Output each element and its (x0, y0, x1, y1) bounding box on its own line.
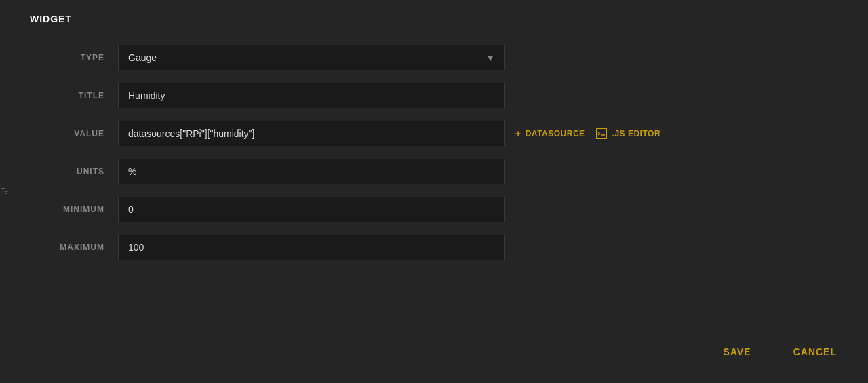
widget-panel: WIDGET TYPE Gauge Chart Text Table Map ▼… (9, 0, 868, 383)
title-input[interactable] (118, 83, 505, 108)
value-label: VALUE (30, 129, 118, 138)
svg-line-1 (598, 134, 600, 135)
footer-actions: SAVE CANCEL (30, 334, 848, 369)
js-editor-icon (596, 128, 607, 139)
type-select[interactable]: Gauge Chart Text Table Map (118, 45, 505, 70)
minimum-row: MINIMUM (30, 197, 848, 222)
units-row: UNITS (30, 159, 848, 184)
maximum-label: MAXIMUM (30, 243, 118, 252)
js-editor-label: .JS EDITOR (612, 129, 660, 138)
save-button[interactable]: SAVE (713, 341, 762, 363)
title-label: TITLE (30, 91, 118, 100)
sidebar-panel: Te (0, 0, 9, 383)
units-input[interactable] (118, 159, 505, 184)
type-row: TYPE Gauge Chart Text Table Map ▼ (30, 45, 848, 70)
value-row: VALUE + DATASOURCE .JS EDITOR (30, 121, 848, 146)
plus-icon: + (515, 128, 521, 139)
type-label: TYPE (30, 53, 118, 62)
datasource-label: DATASOURCE (526, 129, 585, 138)
minimum-label: MINIMUM (30, 205, 118, 214)
sidebar-text: Te (1, 188, 8, 195)
value-actions: + DATASOURCE .JS EDITOR (515, 128, 660, 139)
widget-form: TYPE Gauge Chart Text Table Map ▼ TITLE … (30, 45, 848, 334)
maximum-row: MAXIMUM (30, 235, 848, 260)
datasource-button[interactable]: + DATASOURCE (515, 128, 585, 139)
minimum-input[interactable] (118, 197, 505, 222)
maximum-input[interactable] (118, 235, 505, 260)
cancel-button[interactable]: CANCEL (783, 341, 848, 363)
panel-title: WIDGET (30, 14, 848, 24)
type-select-wrapper: Gauge Chart Text Table Map ▼ (118, 45, 505, 70)
units-label: UNITS (30, 167, 118, 176)
title-row: TITLE (30, 83, 848, 108)
js-editor-button[interactable]: .JS EDITOR (596, 128, 660, 139)
value-input[interactable] (118, 121, 505, 146)
